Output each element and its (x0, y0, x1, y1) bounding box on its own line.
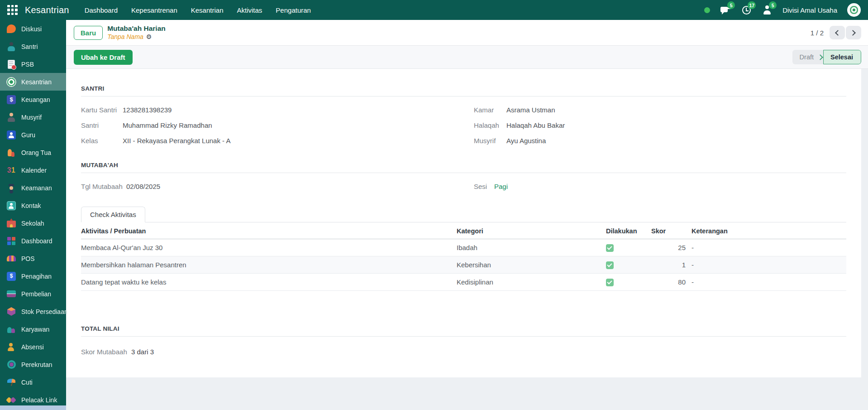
requests-badge: 5 (769, 1, 777, 9)
sidebar-item-diskusi[interactable]: Diskusi (0, 20, 66, 38)
pesantren-emblem-icon (6, 77, 17, 87)
app-brand[interactable]: Kesantrian (25, 5, 69, 15)
chevron-right-icon (817, 54, 823, 60)
security-guard-icon (6, 183, 17, 193)
chevron-right-icon (850, 30, 856, 36)
link-tracker-icon (6, 395, 17, 405)
navbar-right: 5 17 5 Divisi Amal Usaha (704, 3, 861, 17)
teacher-icon (6, 130, 17, 140)
gear-icon[interactable] (146, 33, 152, 41)
parents-icon (6, 147, 17, 158)
section-heading-mutabaah: MUTABA'AH (81, 162, 846, 173)
field-tgl-mutabaah: Tgl Mutabaah 02/08/2025 (81, 178, 474, 194)
sidebar-item-karyawan[interactable]: Karyawan (0, 320, 66, 338)
section-heading-santri: SANTRI (81, 85, 846, 96)
mentor-person-icon (6, 112, 17, 123)
dilakukan-checkbox[interactable] (606, 244, 614, 252)
finance-dollar-icon (6, 94, 17, 105)
nav-menu-dashboard[interactable]: Dashboard (85, 6, 118, 14)
sidebar-item-psb[interactable]: PSB (0, 55, 66, 73)
requests-person-icon[interactable]: 5 (762, 5, 773, 15)
student-icon (6, 41, 17, 52)
col-header-skor[interactable]: Skor (651, 222, 687, 239)
user-avatar[interactable] (847, 3, 861, 17)
sidebar-item-kalender[interactable]: Kalender (0, 161, 66, 179)
sesi-value: Pagi (494, 183, 508, 190)
apps-grid-icon[interactable] (7, 5, 18, 15)
sidebar-item-kontak[interactable]: Kontak (0, 197, 66, 214)
nav-menu-kepesantrenan[interactable]: Kepesantrenan (131, 6, 177, 14)
field-kelas: Kelas XII - Rekayasa Perangkat Lunak - A (81, 133, 474, 148)
contacts-icon (6, 200, 17, 211)
school-building-icon (6, 218, 17, 229)
sidebar-item-kesantrian[interactable]: Kesantrian (0, 73, 66, 91)
table-row[interactable]: Membersihkan halaman Pesantren Kebersiha… (81, 256, 846, 274)
col-header-kategori[interactable]: Kategori (457, 222, 606, 239)
status-selesai[interactable]: Selesai (823, 50, 861, 64)
col-header-aktivitas[interactable]: Aktivitas / Perbuatan (81, 222, 457, 239)
form-sheet: SANTRI Kartu Santri 1238281398239 Santri… (66, 69, 861, 377)
top-navbar: Kesantrian Dashboard Kepesantrenan Kesan… (0, 0, 868, 20)
inventory-box-icon (6, 306, 17, 317)
activities-badge: 17 (748, 1, 756, 9)
notebook-tabs: Check Aktivitas (81, 207, 846, 222)
sidebar-item-stok-persediaan[interactable]: Stok Persediaan (0, 303, 66, 320)
sidebar-item-pos[interactable]: POS (0, 250, 66, 267)
invoicing-icon (6, 271, 17, 282)
activities-table: Aktivitas / Perbuatan Kategori Dilakukan… (81, 222, 846, 291)
sidebar-item-cuti[interactable]: Cuti (0, 373, 66, 391)
col-header-keterangan[interactable]: Keterangan (687, 222, 846, 239)
sidebar-item-keamanan[interactable]: Keamanan (0, 179, 66, 197)
sidebar-item-musyrif[interactable]: Musyrif (0, 108, 66, 126)
pager-next-button[interactable] (846, 26, 861, 39)
online-status-dot (704, 7, 710, 13)
nav-menu-pengaturan[interactable]: Pengaturan (276, 6, 311, 14)
chat-bubble-icon (6, 24, 17, 34)
santri-fields: Kartu Santri 1238281398239 Santri Muhamm… (81, 102, 846, 148)
dilakukan-checkbox[interactable] (606, 261, 614, 269)
sidebar-item-penagihan[interactable]: Penagihan (0, 267, 66, 285)
field-kamar: Kamar Asrama Ustman (474, 102, 846, 117)
status-steps: Draft Selesai (792, 50, 861, 64)
record-pager: 1 / 2 (811, 26, 861, 39)
time-off-umbrella-icon (6, 377, 17, 388)
app-sidebar: Diskusi Santri PSB Kesantrian Keuangan M… (0, 20, 66, 410)
field-skor-mutabaah: Skor Mutabaah 3 dari 3 (81, 344, 846, 359)
table-row[interactable]: Membaca Al-Qur'an Juz 30 Ibadah 25 - (81, 239, 846, 256)
sidebar-item-santri[interactable]: Santri (0, 38, 66, 55)
set-to-draft-button[interactable]: Ubah ke Draft (74, 50, 133, 65)
col-header-dilakukan[interactable]: Dilakukan (606, 222, 651, 239)
status-draft[interactable]: Draft (792, 50, 818, 64)
chevron-left-icon (835, 30, 841, 36)
mutabaah-fields: Tgl Mutabaah 02/08/2025 Sesi Pagi (81, 178, 846, 194)
breadcrumb: Mutaba'ah Harian Tanpa Nama (107, 24, 166, 40)
tab-check-aktivitas[interactable]: Check Aktivitas (81, 207, 145, 222)
section-heading-total-nilai: TOTAL NILAI (81, 325, 846, 337)
registration-document-icon (6, 59, 17, 70)
record-name: Tanpa Nama (107, 33, 143, 41)
pos-shop-icon (6, 253, 17, 264)
sidebar-item-absensi[interactable]: Absensi (0, 338, 66, 356)
sidebar-item-guru[interactable]: Guru (0, 126, 66, 144)
sidebar-scrollbar[interactable] (0, 405, 66, 410)
sidebar-item-orang-tua[interactable]: Orang Tua (0, 144, 66, 161)
nav-menu-aktivitas[interactable]: Aktivitas (237, 6, 262, 14)
field-santri: Santri Muhammad Rizky Ramadhan (81, 117, 474, 133)
pager-counter: 1 / 2 (811, 29, 824, 37)
pager-previous-button[interactable] (830, 26, 845, 39)
new-record-button[interactable]: Baru (74, 26, 103, 40)
messages-icon[interactable]: 5 (720, 5, 731, 15)
table-row[interactable]: Datang tepat waktu ke kelas Kedisiplinan… (81, 274, 846, 291)
sidebar-item-sekolah[interactable]: Sekolah (0, 214, 66, 232)
dilakukan-checkbox[interactable] (606, 279, 614, 286)
sidebar-item-keuangan[interactable]: Keuangan (0, 91, 66, 108)
employees-icon (6, 324, 17, 335)
activity-clock-icon[interactable]: 17 (741, 5, 752, 15)
sidebar-item-perekrutan[interactable]: Perekrutan (0, 356, 66, 373)
sidebar-item-pembelian[interactable]: Pembelian (0, 285, 66, 303)
user-menu[interactable]: Divisi Amal Usaha (782, 6, 837, 14)
nav-menu-kesantrian[interactable]: Kesantrian (191, 6, 224, 14)
attendance-icon (6, 342, 17, 352)
main-content: Baru Mutaba'ah Harian Tanpa Nama 1 / 2 U… (66, 0, 868, 377)
sidebar-item-dashboard[interactable]: Dashboard (0, 232, 66, 250)
